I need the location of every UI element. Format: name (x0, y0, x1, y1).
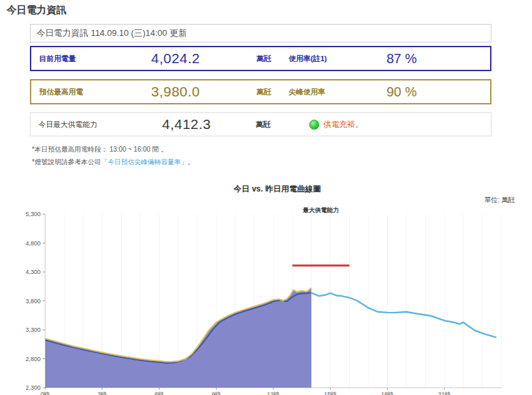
svg-text:2,800: 2,800 (25, 356, 41, 362)
reserve-capacity-link[interactable]: 今日預估尖峰備轉容量率 (108, 158, 181, 166)
current-usage-value: 4,024.2 (112, 51, 239, 66)
estimated-peak-label: 預估最高用電 (31, 87, 112, 97)
chart-unit-label: 單位: 萬瓩 (484, 196, 515, 205)
svg-text:4,300: 4,300 (25, 269, 41, 275)
max-supply-unit: 萬瓩 (238, 120, 288, 130)
usage-chart-svg: 2,3002,8003,3003,8004,3004,8005,3000時3時6… (0, 206, 532, 395)
current-usage-row: 目前用電量 4,024.2 萬瓩 使用率(註1) 87 % (30, 46, 491, 71)
max-supply-row: 今日最大供電能力 4,412.3 萬瓩 供電充裕。 (30, 112, 491, 136)
supply-status-text: 供電充裕。 (323, 119, 363, 130)
footnote-prefix: *燈號說明請參考本公司「 (32, 158, 108, 166)
estimated-peak-row: 預估最高用電 3,980.0 萬瓩 尖峰使用率 90 % (30, 79, 491, 104)
svg-text:0時: 0時 (41, 391, 50, 395)
chart-title: 今日 vs. 昨日用電曲線圖 (23, 184, 531, 195)
page-title: 今日電力資訊 (7, 4, 66, 17)
estimated-peak-unit: 萬瓩 (239, 87, 289, 97)
peak-rate-label: 尖峰使用率 (289, 87, 335, 97)
footnotes: *本日預估最高用電時段： 13:00 ~ 16:00 間 。 *燈號說明請參考本… (32, 143, 194, 168)
svg-text:4,800: 4,800 (25, 240, 41, 247)
footnote-suffix: 」。 (181, 158, 194, 166)
svg-text:3,300: 3,300 (25, 327, 41, 333)
current-usage-unit: 萬瓩 (239, 54, 289, 64)
estimated-peak-value: 3,980.0 (112, 84, 239, 100)
svg-text:5,300: 5,300 (25, 211, 41, 217)
footnote-peak-period: *本日預估最高用電時段： 13:00 ~ 16:00 間 。 (32, 143, 194, 156)
peak-rate-value: 90 % (335, 84, 468, 100)
max-supply-value: 4,412.3 (135, 116, 238, 132)
svg-text:最大供電能力: 最大供電能力 (302, 207, 338, 213)
footnote-light-legend: *燈號說明請參考本公司「今日預估尖峰備轉容量率」。 (32, 156, 194, 168)
svg-text:3,800: 3,800 (25, 298, 41, 305)
info-panel-header: 今日電力資訊 114.09.10 (三)14:00 更新 (30, 24, 491, 43)
current-usage-label: 目前用電量 (31, 54, 112, 64)
svg-text:12時: 12時 (267, 391, 279, 395)
max-supply-label: 今日最大供電能力 (31, 120, 135, 130)
usage-rate-label: 使用率(註1) (289, 54, 335, 64)
info-panel: 今日電力資訊 114.09.10 (三)14:00 更新 目前用電量 4,024… (30, 24, 491, 136)
svg-text:18時: 18時 (381, 391, 394, 395)
svg-text:21時: 21時 (438, 391, 451, 395)
svg-text:6時: 6時 (154, 391, 164, 395)
usage-rate-value: 87 % (335, 51, 468, 66)
svg-text:2,300: 2,300 (25, 384, 41, 391)
supply-status: 供電充裕。 (309, 119, 363, 130)
svg-text:3時: 3時 (98, 391, 107, 395)
svg-text:9時: 9時 (211, 391, 221, 395)
svg-text:15時: 15時 (324, 391, 336, 395)
green-light-icon (309, 120, 319, 130)
